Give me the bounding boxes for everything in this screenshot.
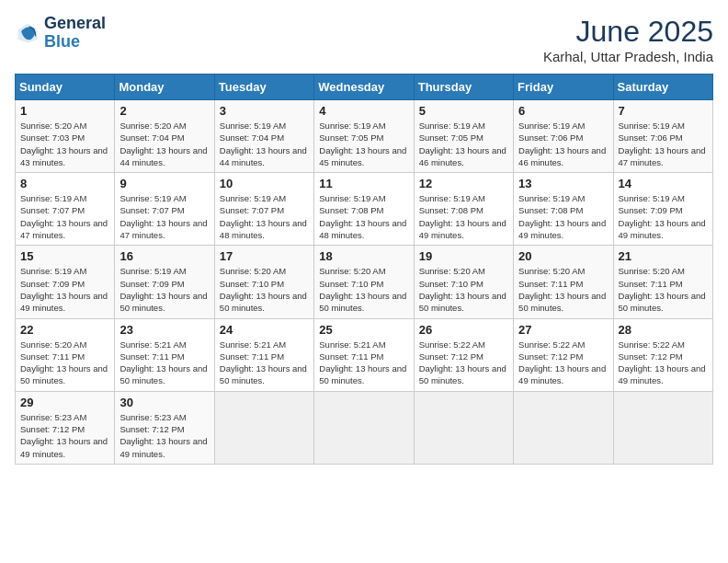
calendar-cell: 10 Sunrise: 5:19 AM Sunset: 7:07 PM Dayl… <box>214 173 313 246</box>
day-info: Sunrise: 5:19 AM Sunset: 7:06 PM Dayligh… <box>619 120 708 168</box>
day-number: 13 <box>518 177 608 190</box>
calendar-cell: 14 Sunrise: 5:19 AM Sunset: 7:09 PM Dayl… <box>613 173 712 246</box>
day-number: 15 <box>20 249 109 263</box>
day-info: Sunrise: 5:20 AM Sunset: 7:11 PM Dayligh… <box>20 339 109 387</box>
day-info: Sunrise: 5:20 AM Sunset: 7:11 PM Dayligh… <box>619 265 708 314</box>
day-info: Sunrise: 5:19 AM Sunset: 7:08 PM Dayligh… <box>419 192 508 241</box>
weekday-header-thursday: Thursday <box>414 75 513 100</box>
calendar-cell: 26 Sunrise: 5:22 AM Sunset: 7:12 PM Dayl… <box>414 318 513 391</box>
day-info: Sunrise: 5:23 AM Sunset: 7:12 PM Dayligh… <box>20 411 109 460</box>
weekday-header-friday: Friday <box>514 75 613 100</box>
day-info: Sunrise: 5:22 AM Sunset: 7:12 PM Dayligh… <box>419 339 508 387</box>
calendar-cell: 6 Sunrise: 5:19 AM Sunset: 7:06 PM Dayli… <box>514 100 613 173</box>
calendar-cell: 15 Sunrise: 5:19 AM Sunset: 7:09 PM Dayl… <box>16 246 115 318</box>
weekday-header-sunday: Sunday <box>16 75 115 100</box>
day-info: Sunrise: 5:20 AM Sunset: 7:03 PM Dayligh… <box>20 120 109 168</box>
day-number: 6 <box>518 104 608 118</box>
day-info: Sunrise: 5:19 AM Sunset: 7:07 PM Dayligh… <box>119 192 209 241</box>
calendar-cell: 30 Sunrise: 5:23 AM Sunset: 7:12 PM Dayl… <box>115 391 214 464</box>
calendar-week-3: 15 Sunrise: 5:19 AM Sunset: 7:09 PM Dayl… <box>16 246 713 318</box>
calendar-cell <box>514 391 613 464</box>
calendar-week-1: 1 Sunrise: 5:20 AM Sunset: 7:03 PM Dayli… <box>16 100 713 173</box>
day-number: 19 <box>419 249 508 263</box>
day-info: Sunrise: 5:21 AM Sunset: 7:11 PM Dayligh… <box>319 339 408 387</box>
day-info: Sunrise: 5:21 AM Sunset: 7:11 PM Dayligh… <box>119 339 209 387</box>
calendar-cell: 4 Sunrise: 5:19 AM Sunset: 7:05 PM Dayli… <box>314 100 414 173</box>
page-header: General Blue June 2025 Karhal, Uttar Pra… <box>15 15 713 64</box>
day-number: 17 <box>220 249 309 263</box>
day-info: Sunrise: 5:20 AM Sunset: 7:10 PM Dayligh… <box>220 265 309 314</box>
calendar-cell: 23 Sunrise: 5:21 AM Sunset: 7:11 PM Dayl… <box>115 318 214 391</box>
month-title: June 2025 <box>543 15 713 49</box>
calendar-cell: 28 Sunrise: 5:22 AM Sunset: 7:12 PM Dayl… <box>613 318 712 391</box>
day-number: 4 <box>319 104 408 118</box>
calendar-cell: 7 Sunrise: 5:19 AM Sunset: 7:06 PM Dayli… <box>613 100 712 173</box>
day-number: 14 <box>619 177 708 190</box>
day-number: 22 <box>20 323 109 337</box>
calendar-cell: 9 Sunrise: 5:19 AM Sunset: 7:07 PM Dayli… <box>115 173 214 246</box>
day-number: 21 <box>619 249 708 263</box>
day-number: 7 <box>619 104 708 118</box>
day-number: 12 <box>419 177 508 190</box>
calendar-cell: 11 Sunrise: 5:19 AM Sunset: 7:08 PM Dayl… <box>314 173 414 246</box>
calendar-cell: 29 Sunrise: 5:23 AM Sunset: 7:12 PM Dayl… <box>16 391 115 464</box>
logo: General Blue <box>15 15 106 52</box>
weekday-header-tuesday: Tuesday <box>214 75 313 100</box>
day-info: Sunrise: 5:20 AM Sunset: 7:10 PM Dayligh… <box>419 265 508 314</box>
day-info: Sunrise: 5:22 AM Sunset: 7:12 PM Dayligh… <box>518 339 608 387</box>
day-number: 9 <box>119 177 209 190</box>
calendar-cell: 22 Sunrise: 5:20 AM Sunset: 7:11 PM Dayl… <box>16 318 115 391</box>
day-number: 28 <box>619 323 708 337</box>
calendar-cell: 20 Sunrise: 5:20 AM Sunset: 7:11 PM Dayl… <box>514 246 613 318</box>
calendar-cell <box>214 391 313 464</box>
day-info: Sunrise: 5:19 AM Sunset: 7:06 PM Dayligh… <box>518 120 608 168</box>
calendar-cell: 17 Sunrise: 5:20 AM Sunset: 7:10 PM Dayl… <box>214 246 313 318</box>
calendar-cell: 5 Sunrise: 5:19 AM Sunset: 7:05 PM Dayli… <box>414 100 513 173</box>
day-number: 24 <box>220 323 309 337</box>
calendar-cell: 21 Sunrise: 5:20 AM Sunset: 7:11 PM Dayl… <box>613 246 712 318</box>
calendar-cell: 2 Sunrise: 5:20 AM Sunset: 7:04 PM Dayli… <box>115 100 214 173</box>
day-info: Sunrise: 5:19 AM Sunset: 7:07 PM Dayligh… <box>20 192 109 241</box>
calendar-cell: 8 Sunrise: 5:19 AM Sunset: 7:07 PM Dayli… <box>16 173 115 246</box>
location-title: Karhal, Uttar Pradesh, India <box>543 49 713 64</box>
logo-text: General Blue <box>44 15 106 52</box>
day-number: 26 <box>419 323 508 337</box>
day-number: 1 <box>20 104 109 118</box>
day-info: Sunrise: 5:21 AM Sunset: 7:11 PM Dayligh… <box>220 339 309 387</box>
day-number: 29 <box>20 396 109 409</box>
day-info: Sunrise: 5:19 AM Sunset: 7:09 PM Dayligh… <box>119 265 209 314</box>
title-area: June 2025 Karhal, Uttar Pradesh, India <box>543 15 713 64</box>
day-info: Sunrise: 5:22 AM Sunset: 7:12 PM Dayligh… <box>619 339 708 387</box>
calendar-cell: 25 Sunrise: 5:21 AM Sunset: 7:11 PM Dayl… <box>314 318 414 391</box>
day-info: Sunrise: 5:23 AM Sunset: 7:12 PM Dayligh… <box>119 411 209 460</box>
day-number: 30 <box>119 396 209 409</box>
calendar-cell: 3 Sunrise: 5:19 AM Sunset: 7:04 PM Dayli… <box>214 100 313 173</box>
day-number: 16 <box>119 249 209 263</box>
day-number: 18 <box>319 249 408 263</box>
calendar-week-4: 22 Sunrise: 5:20 AM Sunset: 7:11 PM Dayl… <box>16 318 713 391</box>
day-info: Sunrise: 5:19 AM Sunset: 7:08 PM Dayligh… <box>518 192 608 241</box>
day-info: Sunrise: 5:19 AM Sunset: 7:08 PM Dayligh… <box>319 192 408 241</box>
day-info: Sunrise: 5:19 AM Sunset: 7:09 PM Dayligh… <box>20 265 109 314</box>
calendar-table: SundayMondayTuesdayWednesdayThursdayFrid… <box>15 74 713 465</box>
day-number: 23 <box>119 323 209 337</box>
calendar-cell: 19 Sunrise: 5:20 AM Sunset: 7:10 PM Dayl… <box>414 246 513 318</box>
weekday-header-saturday: Saturday <box>613 75 712 100</box>
day-info: Sunrise: 5:20 AM Sunset: 7:10 PM Dayligh… <box>319 265 408 314</box>
calendar-cell: 13 Sunrise: 5:19 AM Sunset: 7:08 PM Dayl… <box>514 173 613 246</box>
weekday-header-wednesday: Wednesday <box>314 75 414 100</box>
calendar-cell: 1 Sunrise: 5:20 AM Sunset: 7:03 PM Dayli… <box>16 100 115 173</box>
day-info: Sunrise: 5:20 AM Sunset: 7:04 PM Dayligh… <box>119 120 209 168</box>
day-number: 11 <box>319 177 408 190</box>
calendar-cell <box>414 391 513 464</box>
calendar-cell: 27 Sunrise: 5:22 AM Sunset: 7:12 PM Dayl… <box>514 318 613 391</box>
calendar-cell: 18 Sunrise: 5:20 AM Sunset: 7:10 PM Dayl… <box>314 246 414 318</box>
calendar-cell <box>613 391 712 464</box>
weekday-header-monday: Monday <box>115 75 214 100</box>
day-number: 20 <box>518 249 608 263</box>
day-number: 27 <box>518 323 608 337</box>
calendar-cell: 24 Sunrise: 5:21 AM Sunset: 7:11 PM Dayl… <box>214 318 313 391</box>
calendar-week-5: 29 Sunrise: 5:23 AM Sunset: 7:12 PM Dayl… <box>16 391 713 464</box>
calendar-week-2: 8 Sunrise: 5:19 AM Sunset: 7:07 PM Dayli… <box>16 173 713 246</box>
calendar-cell: 12 Sunrise: 5:19 AM Sunset: 7:08 PM Dayl… <box>414 173 513 246</box>
